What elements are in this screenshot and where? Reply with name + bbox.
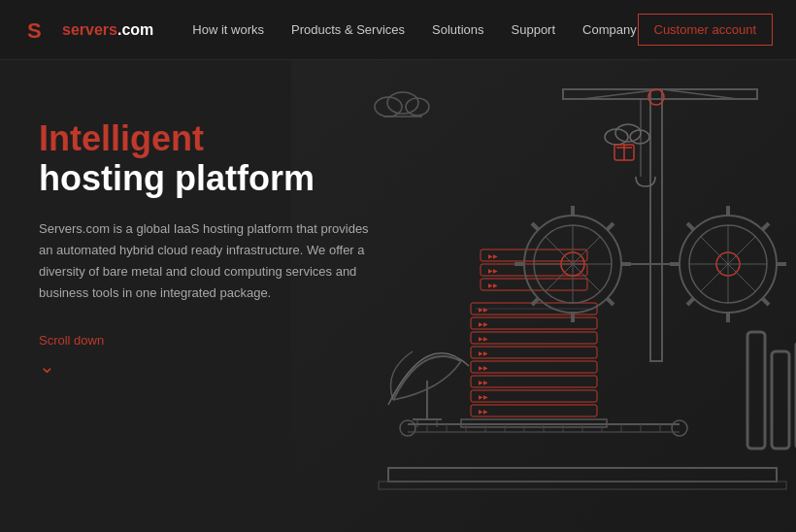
svg-text:▶▶: ▶▶	[488, 268, 498, 274]
svg-text:▶▶: ▶▶	[488, 283, 498, 288]
svg-text:▶▶: ▶▶	[479, 307, 488, 313]
svg-text:▶▶: ▶▶	[479, 321, 488, 327]
logo[interactable]: S servers.com	[23, 15, 153, 46]
nav-support[interactable]: Support	[512, 22, 556, 37]
hero-description: Servers.com is a global IaaS hosting pla…	[39, 218, 369, 304]
nav-links: How it works Products & Services Solutio…	[192, 22, 637, 37]
nav-company[interactable]: Company	[582, 22, 637, 37]
svg-text:▶▶: ▶▶	[488, 253, 498, 259]
logo-text: servers.com	[62, 21, 153, 39]
svg-text:▶▶: ▶▶	[479, 394, 488, 400]
hero-title-highlight: Intelligent	[39, 118, 204, 158]
svg-text:▶▶: ▶▶	[479, 409, 488, 415]
nav-solutions[interactable]: Solutions	[432, 22, 483, 37]
svg-text:▶▶: ▶▶	[479, 380, 488, 385]
svg-text:▶▶: ▶▶	[479, 336, 488, 342]
navbar: S servers.com How it works Products & Se…	[0, 0, 796, 60]
svg-text:▶▶: ▶▶	[479, 350, 488, 356]
hero-title: Intelligent hosting platform	[39, 118, 369, 199]
nav-products-services[interactable]: Products & Services	[291, 22, 405, 37]
nav-how-it-works[interactable]: How it works	[192, 22, 264, 37]
logo-icon: S	[23, 15, 54, 46]
hero-content: Intelligent hosting platform Servers.com…	[39, 118, 369, 378]
hero-section: Intelligent hosting platform Servers.com…	[0, 60, 796, 532]
scroll-down[interactable]: Scroll down ⌄	[39, 331, 369, 378]
svg-text:▶▶: ▶▶	[479, 365, 488, 371]
scroll-down-label: Scroll down	[39, 333, 104, 348]
svg-text:S: S	[27, 18, 42, 43]
scroll-arrow-icon: ⌄	[39, 354, 369, 378]
hero-title-normal: hosting platform	[39, 158, 315, 198]
customer-account-button[interactable]: Customer account	[638, 14, 774, 46]
